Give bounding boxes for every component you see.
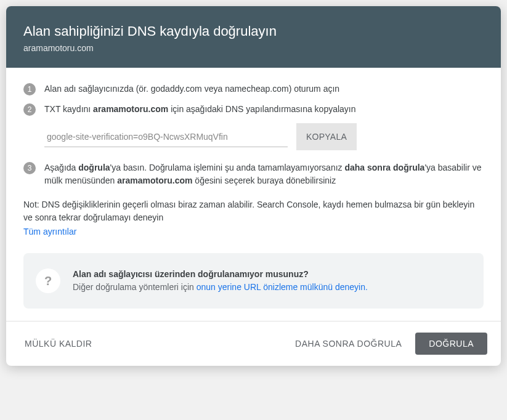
step-3-p2: 'ya basın. Doğrulama işlemini şu anda ta… <box>110 163 345 172</box>
footer-right: DAHA SONRA DOĞRULA DOĞRULA <box>290 333 487 355</box>
help-icon: ? <box>44 274 52 288</box>
verify-button[interactable]: DOĞRULA <box>415 333 487 355</box>
details-link[interactable]: Tüm ayrıntılar <box>23 225 76 238</box>
info-content: Alan adı sağlayıcısı üzerinden doğrulana… <box>73 268 368 294</box>
info-title: Alan adı sağlayıcısı üzerinden doğrulana… <box>73 268 368 281</box>
step-3-p4: öğesini seçerek buraya dönebilirsiniz <box>192 176 336 185</box>
step-3-b3: aramamotoru.com <box>117 176 192 185</box>
copy-button[interactable]: KOPYALA <box>296 123 357 150</box>
step-3-b1: doğrula <box>78 163 110 172</box>
step-1-text: Alan adı sağlayıcınızda (ör. godaddy.com… <box>44 83 339 95</box>
modal-body: 1 Alan adı sağlayıcınızda (ör. godaddy.c… <box>6 68 501 321</box>
modal-title: Alan sahipliğinizi DNS kaydıyla doğrulay… <box>23 23 484 39</box>
step-3-number: 3 <box>23 162 36 174</box>
step-2-text: TXT kaydını aramamotoru.com için aşağıda… <box>44 103 356 116</box>
note-text: Not: DNS değişikliklerinin geçerli olmas… <box>23 200 474 222</box>
step-1-number: 1 <box>23 83 36 95</box>
txt-record-row: KOPYALA <box>44 123 484 150</box>
verification-modal: Alan sahipliğinizi DNS kaydıyla doğrulay… <box>6 6 501 366</box>
step-2-number: 2 <box>23 103 36 116</box>
step-2: 2 TXT kaydını aramamotoru.com için aşağı… <box>23 103 484 116</box>
help-icon-wrapper: ? <box>36 269 60 293</box>
info-desc: Diğer doğrulama yöntemleri için onun yer… <box>73 281 368 294</box>
step-3: 3 Aşağıda doğrula'ya basın. Doğrulama iş… <box>23 161 484 187</box>
modal-header: Alan sahipliğinizi DNS kaydıyla doğrulay… <box>6 6 501 68</box>
step-1: 1 Alan adı sağlayıcınızda (ör. godaddy.c… <box>23 83 484 95</box>
footer-left: MÜLKÜ KALDIR <box>20 334 97 353</box>
remove-property-button[interactable]: MÜLKÜ KALDIR <box>20 334 97 353</box>
step-3-b2: daha sonra doğrula <box>344 163 424 172</box>
modal-subtitle: aramamotoru.com <box>23 43 484 53</box>
modal-footer: MÜLKÜ KALDIR DAHA SONRA DOĞRULA DOĞRULA <box>6 321 501 366</box>
info-desc-text: Diğer doğrulama yöntemleri için <box>73 282 197 292</box>
url-prefix-link[interactable]: onun yerine URL önizleme mülkünü deneyin… <box>197 282 368 292</box>
note-section: Not: DNS değişikliklerinin geçerli olmas… <box>23 198 484 238</box>
txt-record-input[interactable] <box>44 127 288 147</box>
step-2-post: için aşağıdaki DNS yapılandırmasına kopy… <box>168 104 355 114</box>
step-3-text: Aşağıda doğrula'ya basın. Doğrulama işle… <box>44 161 484 187</box>
step-2-pre: TXT kaydını <box>44 104 93 114</box>
step-3-p1: Aşağıda <box>44 163 78 172</box>
verify-later-button[interactable]: DAHA SONRA DOĞRULA <box>290 334 407 353</box>
info-box: ? Alan adı sağlayıcısı üzerinden doğrula… <box>23 253 484 309</box>
step-2-domain: aramamotoru.com <box>93 104 168 114</box>
